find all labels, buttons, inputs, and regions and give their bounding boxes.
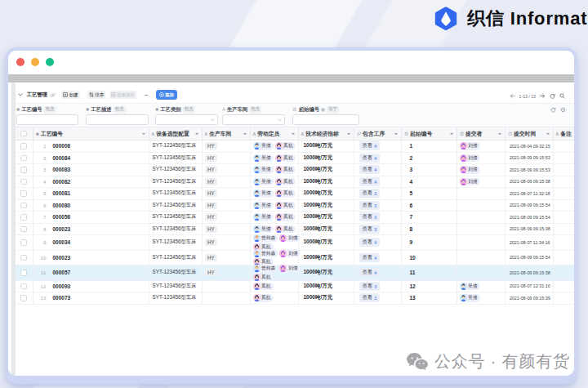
view-operations-button[interactable]: 查看4 [359, 177, 381, 186]
view-operations-button[interactable]: 查看4 [359, 238, 381, 247]
collapse-chevron-icon[interactable] [18, 92, 23, 97]
person-chip[interactable]: 吴倩 [253, 190, 274, 198]
row-checkbox[interactable] [20, 203, 27, 209]
table-row[interactable]: 12000093SYT-123456型车床奚机1000吨/万元查看312吴倩20… [16, 281, 575, 293]
column-header-workshop[interactable]: A生产车间 [203, 127, 251, 140]
person-chip[interactable]: 吴倩 [253, 142, 274, 150]
column-menu-caret[interactable] [546, 133, 550, 135]
column-header-submitter[interactable]: 提交者 [457, 127, 506, 140]
row-checkbox[interactable] [20, 214, 27, 221]
select-all-checkbox[interactable] [20, 131, 27, 137]
person-chip[interactable]: 曾炜森 [253, 249, 278, 257]
maximize-traffic-light[interactable] [46, 58, 54, 66]
row-checkbox[interactable] [20, 255, 27, 261]
add-button[interactable]: 添加 [156, 90, 177, 100]
share-icon[interactable] [50, 92, 56, 98]
person-chip[interactable]: 吴倩 [253, 213, 274, 221]
person-chip[interactable]: 吴倩 [253, 225, 274, 234]
view-operations-button[interactable]: 查看3 [359, 293, 381, 302]
row-checkbox[interactable] [20, 226, 27, 233]
person-chip[interactable]: 奚机 [275, 142, 296, 150]
create-button[interactable]: 创建 [61, 91, 80, 99]
person-chip[interactable]: 刘倩 [460, 154, 480, 163]
column-header-device[interactable]: A设备选型配置 [149, 127, 203, 140]
table-row[interactable]: 1000006SYT-123456型车床HY吴倩奚机1000吨/万元查看41刘倩… [16, 140, 575, 153]
person-chip[interactable]: 奚机 [275, 190, 296, 198]
view-operations-button[interactable]: 查看3 [359, 212, 381, 221]
row-checkbox[interactable] [20, 270, 27, 276]
person-chip[interactable]: 吴倩 [460, 283, 480, 291]
row-checkbox[interactable] [20, 295, 27, 301]
column-menu-caret[interactable] [347, 133, 350, 135]
person-chip[interactable]: 奚机 [253, 273, 274, 281]
person-chip[interactable]: 曾炜森 [253, 265, 278, 273]
person-chip[interactable]: 吴倩 [460, 294, 480, 302]
view-operations-button[interactable]: 查看4 [359, 165, 381, 174]
column-menu-caret[interactable] [142, 133, 145, 135]
filter-operator-chip[interactable]: 包含 [114, 106, 126, 114]
table-row[interactable]: 6000080SYT-123456型车床HY吴倩奚机1000吨/万元查看3620… [16, 200, 575, 212]
filter-select[interactable] [222, 114, 285, 125]
person-chip[interactable]: 刘倩 [279, 265, 300, 273]
column-menu-caret[interactable] [243, 133, 247, 135]
row-checkbox[interactable] [20, 190, 27, 197]
filter-input[interactable] [292, 114, 359, 125]
filter-operator-chip[interactable]: 等于 [327, 106, 339, 114]
row-checkbox[interactable] [20, 179, 27, 185]
sort-button[interactable]: 排序 [87, 91, 106, 99]
row-checkbox[interactable] [20, 155, 27, 162]
person-chip[interactable]: 奚机 [253, 283, 274, 291]
column-menu-caret[interactable] [195, 133, 198, 135]
column-header-ops[interactable]: 包含工序 [354, 127, 402, 140]
table-row[interactable]: 11000057SYT-123456型车床HY曾炜森刘倩奚机1000吨/万元查看… [16, 265, 575, 281]
column-menu-caret[interactable] [498, 133, 501, 135]
column-header-indicator[interactable]: A技术经济指标 [299, 127, 354, 140]
person-chip[interactable]: 吴倩 [253, 154, 274, 163]
view-operations-button[interactable]: 查看3 [359, 282, 381, 291]
person-chip[interactable]: 奚机 [275, 166, 296, 174]
person-chip[interactable]: 曾炜森 [253, 234, 278, 243]
column-header-code[interactable]: ✱工艺编号 [33, 127, 149, 140]
table-row[interactable]: 13000073SYT-123456型车床奚机1000吨/万元查看313吴倩20… [16, 292, 575, 305]
person-chip[interactable]: 奚机 [275, 178, 296, 186]
person-chip[interactable]: 刘倩 [279, 234, 300, 243]
view-operations-button[interactable]: 查看3 [359, 201, 381, 210]
next-page-icon[interactable] [540, 93, 546, 99]
prev-page-icon[interactable] [510, 93, 515, 99]
person-chip[interactable]: 刘倩 [460, 166, 480, 174]
person-chip[interactable]: 奚机 [275, 225, 296, 234]
column-menu-caret[interactable] [394, 133, 398, 135]
refresh-icon[interactable] [550, 93, 555, 99]
person-chip[interactable]: 奚机 [275, 154, 296, 163]
table-row[interactable]: 2000084SYT-123456型车床HY吴倩奚机1000吨/万元查看42刘倩… [16, 153, 575, 165]
column-header-remark[interactable]: A备注 [554, 127, 575, 140]
person-chip[interactable]: 奚机 [275, 213, 296, 221]
table-row[interactable]: 3000083SYT-123456型车床HY吴倩奚机1000吨/万元查看43刘倩… [16, 164, 575, 176]
filter-operator-chip[interactable]: 包含 [44, 106, 56, 114]
view-operations-button[interactable]: 查看4 [359, 141, 381, 150]
close-traffic-light[interactable] [16, 58, 24, 66]
column-menu-caret[interactable] [292, 133, 295, 135]
table-row[interactable]: 5000081SYT-123456型车床HY吴倩奚机1000吨/万元查看3520… [16, 188, 575, 200]
column-header-check[interactable] [16, 127, 33, 140]
person-chip[interactable]: 吴倩 [253, 178, 274, 186]
row-checkbox[interactable] [20, 239, 27, 246]
table-row[interactable]: 4000082SYT-123456型车床HY吴倩奚机1000吨/万元查看44刘倩… [16, 176, 575, 189]
filter-select[interactable] [155, 114, 218, 125]
minimize-traffic-light[interactable] [31, 58, 39, 66]
filter-operator-chip[interactable]: 包含 [183, 106, 195, 114]
view-operations-button[interactable]: 查看4 [359, 253, 381, 262]
view-operations-button[interactable]: 查看3 [359, 225, 381, 234]
column-header-seq[interactable]: 起始编号 [402, 127, 457, 140]
person-chip[interactable]: 奚机 [275, 202, 296, 210]
filter-settings-icon[interactable] [560, 107, 566, 113]
row-checkbox[interactable] [20, 283, 27, 290]
row-checkbox[interactable] [20, 167, 27, 173]
search-icon[interactable] [559, 93, 565, 99]
column-menu-caret[interactable] [450, 133, 453, 135]
person-chip[interactable]: 奚机 [253, 294, 274, 302]
person-chip[interactable]: 刘倩 [279, 249, 300, 257]
column-header-time[interactable]: 提交时间 [506, 127, 554, 140]
filter-input[interactable] [16, 114, 78, 125]
filter-input[interactable] [86, 114, 149, 125]
